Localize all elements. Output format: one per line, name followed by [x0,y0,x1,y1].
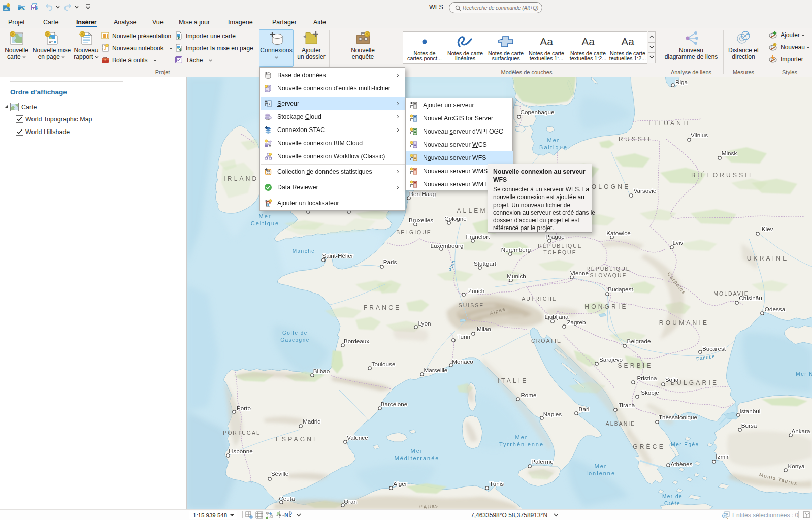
svg-text:Lisbonne: Lisbonne [229,448,252,454]
svg-text:Mer Noire: Mer Noire [796,371,812,377]
svg-text:ROUMANIE: ROUMANIE [659,319,709,327]
svg-text:BELGIQUE: BELGIQUE [396,229,432,235]
svg-text:Pristina: Pristina [637,375,657,381]
svg-text:Séville: Séville [271,470,288,477]
svg-text:Lyon: Lyon [418,320,431,327]
svg-text:Ceuta: Ceuta [279,495,295,502]
svg-text:Golfe de: Golfe de [282,330,308,336]
svg-text:Istanbul: Istanbul [740,408,761,414]
svg-text:Bursa: Bursa [741,422,757,429]
svg-text:Valence: Valence [347,434,368,441]
svg-text:Ankara: Ankara [791,428,810,434]
svg-text:RÉPUBLIQUE: RÉPUBLIQUE [586,266,631,272]
svg-text:GRÈCE: GRÈCE [633,443,665,450]
svg-text:Bruxelles: Bruxelles [409,217,433,223]
svg-text:Mer: Mer [259,213,272,219]
svg-text:Sofia: Sofia [665,376,679,383]
svg-text:Marseille: Marseille [424,367,448,373]
svg-text:Bucarest: Bucarest [702,345,726,352]
svg-text:Skopje: Skopje [641,389,659,396]
svg-text:Madrid: Madrid [303,418,321,425]
svg-text:Ljubljana: Ljubljana [545,313,569,320]
svg-text:Varsovie: Varsovie [634,187,657,194]
svg-text:Milan: Milan [477,326,491,332]
svg-text:Manche: Manche [293,248,315,254]
svg-text:Chisinău: Chisinău [739,295,762,301]
svg-text:ITALIE: ITALIE [498,377,529,384]
svg-text:Den Haag: Den Haag [409,190,436,197]
svg-text:Ionienne: Ionienne [586,470,615,476]
svg-text:Lviv: Lviv [673,239,684,246]
svg-text:Gascogne: Gascogne [280,337,310,343]
svg-text:Oran: Oran [344,498,357,505]
svg-text:Naples: Naples [543,411,562,417]
svg-text:CROATIE: CROATIE [531,338,562,344]
svg-text:Belgrade: Belgrade [627,338,651,344]
svg-text:Munich: Munich [507,273,526,279]
svg-text:SERBIE: SERBIE [618,362,653,369]
svg-text:Konya: Konya [788,463,805,469]
svg-text:Thessalonique: Thessalonique [659,414,697,420]
svg-text:Luxembourg: Luxembourg [431,242,464,249]
svg-text:Athènes: Athènes [671,461,693,467]
svg-text:RUSSIE: RUSSIE [619,136,654,143]
svg-text:Palerme: Palerme [531,458,554,465]
svg-text:Stuttgart: Stuttgart [474,260,497,267]
svg-text:Bilbao: Bilbao [313,368,330,374]
svg-text:Bari: Bari [579,406,590,412]
svg-text:Cologne: Cologne [444,215,467,222]
svg-text:BIÉLORUSSIE: BIÉLORUSSIE [691,171,755,179]
svg-text:RÉPUBLIQUE: RÉPUBLIQUE [538,243,582,249]
svg-text:HONGRIE: HONGRIE [584,303,628,310]
svg-text:SUISSE: SUISSE [459,302,484,308]
svg-text:Mer: Mer [595,463,607,469]
svg-text:Tunis: Tunis [490,480,504,487]
svg-text:Riga: Riga [675,79,688,85]
svg-text:PORTUGAL: PORTUGAL [223,430,261,436]
svg-text:Prague: Prague [545,233,565,240]
svg-text:Mer: Mer [411,448,424,454]
svg-text:Rome: Rome [521,392,536,398]
svg-text:AUTRICHE: AUTRICHE [522,296,557,302]
svg-text:Mer: Mer [547,137,560,143]
svg-text:Vienne: Vienne [570,270,589,276]
svg-text:Tirana: Tirana [619,402,635,408]
svg-text:IRLANDE: IRLANDE [223,175,265,182]
svg-text:Nuremberg: Nuremberg [501,246,531,253]
svg-text:Porto: Porto [237,405,251,411]
svg-text:Méditerranée: Méditerranée [395,455,440,461]
svg-text:Izmir: Izmir [716,453,728,460]
svg-text:Mer Egée: Mer Egée [671,442,699,447]
svg-text:Kiev: Kiev [762,225,773,232]
svg-text:Katowice: Katowice [606,230,630,236]
svg-text:Celtique: Celtique [251,220,279,226]
svg-text:Crète: Crète [664,501,680,506]
svg-text:Monaco: Monaco [452,358,473,365]
svg-text:Mer de: Mer de [662,494,683,499]
svg-text:Zurich: Zurich [468,287,484,294]
svg-text:UKRAINE: UKRAINE [747,255,789,262]
svg-text:Turin: Turin [457,333,470,340]
svg-text:FRANCE: FRANCE [364,304,402,311]
svg-text:Toulouse: Toulouse [372,361,396,367]
svg-text:N: N [284,512,288,518]
svg-text:Vilnius: Vilnius [691,132,708,138]
svg-text:Mer: Mer [515,434,528,440]
svg-text:SLOVAQUE: SLOVAQUE [590,272,627,278]
svg-text:Odessa: Odessa [765,306,786,312]
svg-text:Baltique: Baltique [539,144,568,150]
svg-text:TCHÈQUE: TCHÈQUE [543,249,576,255]
svg-text:Minsk: Minsk [722,150,737,156]
svg-text:Tyrrhénienne: Tyrrhénienne [499,441,544,447]
svg-text:Saint-Hélier: Saint-Hélier [322,252,353,259]
svg-text:Zagreb: Zagreb [567,319,586,326]
svg-text:Barcelone: Barcelone [381,401,408,407]
svg-text:Paris: Paris [383,258,397,265]
svg-text:LITUANIE: LITUANIE [648,120,693,127]
svg-text:Copenhague: Copenhague [521,109,555,115]
svg-text:Francfort: Francfort [466,233,491,240]
svg-text:Budapest: Budapest [608,286,633,292]
svg-text:Sarajevo: Sarajevo [599,356,623,363]
svg-text:ALBANIE: ALBANIE [606,420,635,427]
svg-text:ESPAGNE: ESPAGNE [276,436,320,443]
